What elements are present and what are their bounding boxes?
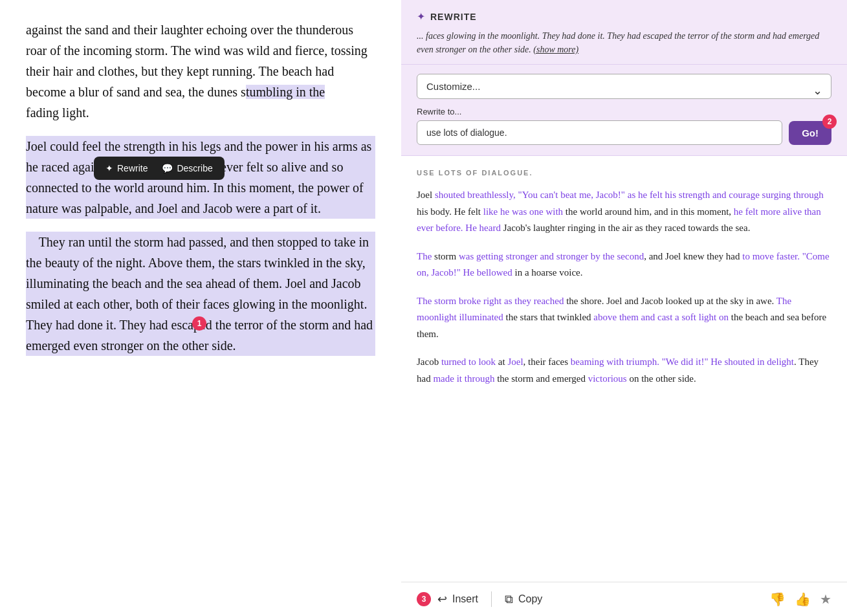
result-title: USE LOTS OF DIALOGUE.: [417, 169, 831, 177]
rewrite-icon: ✦: [417, 10, 425, 23]
thumbs-down-button[interactable]: 👎: [769, 591, 786, 607]
star-button[interactable]: ★: [820, 591, 831, 607]
left-panel: against the sand and their laughter echo…: [0, 0, 401, 616]
describe-tooltip-label: Describe: [177, 163, 212, 173]
describe-tooltip-icon: 💬: [162, 163, 173, 173]
rewrite-to-label: Rewrite to...: [417, 107, 831, 116]
insert-icon: ↩: [437, 592, 447, 606]
rewrite-tooltip-label: Rewrite: [117, 163, 148, 173]
copy-label: Copy: [518, 593, 542, 605]
insert-button[interactable]: ↩ Insert: [437, 592, 478, 606]
insert-wrapper: 3 ↩ Insert: [417, 592, 478, 606]
go-button-wrapper: 2 Go!: [789, 121, 831, 145]
customize-select[interactable]: Customize...: [417, 74, 831, 99]
divider: [491, 591, 492, 607]
action-left: 3 ↩ Insert ⧉ Copy: [417, 591, 542, 607]
rewrite-title-row: ✦ REWRITE: [417, 10, 831, 23]
rewrite-tooltip-button[interactable]: ✦ Rewrite: [100, 160, 153, 176]
result-section: USE LOTS OF DIALOGUE. Joel shouted breat…: [401, 156, 847, 582]
rewrite-preview-content: ... faces glowing in the moonlight. They…: [417, 31, 819, 54]
paragraph-3: They ran until the storm had passed, and…: [26, 232, 375, 356]
copy-button[interactable]: ⧉ Copy: [505, 593, 542, 606]
result-paragraph-3: The storm broke right as they reached th…: [417, 293, 831, 343]
tooltip-popup: 1 ✦ Rewrite 💬 Describe: [94, 157, 225, 180]
copy-icon: ⧉: [505, 593, 513, 606]
thumbs-up-button[interactable]: 👍: [795, 591, 811, 607]
insert-label: Insert: [452, 593, 478, 605]
right-panel: ✦ REWRITE ... faces glowing in the moonl…: [401, 0, 847, 616]
rewrite-input-row: 2 Go!: [417, 120, 831, 145]
action-bar: 3 ↩ Insert ⧉ Copy 👎 👍 ★: [401, 582, 847, 616]
result-paragraph-1: Joel shouted breathlessly, "You can't be…: [417, 187, 831, 237]
result-paragraph-2: The storm was getting stronger and stron…: [417, 248, 831, 281]
rewrite-preview-text: ... faces glowing in the moonlight. They…: [417, 29, 831, 56]
step-badge-1: 1: [192, 316, 206, 331]
rewrite-to-input[interactable]: [417, 120, 782, 145]
action-right: 👎 👍 ★: [769, 591, 831, 607]
rewrite-header: ✦ REWRITE ... faces glowing in the moonl…: [401, 0, 847, 65]
describe-tooltip-button[interactable]: 💬 Describe: [157, 160, 217, 176]
step-badge-2: 2: [822, 115, 837, 129]
rewrite-title: REWRITE: [430, 12, 477, 22]
step-badge-3: 3: [417, 592, 431, 606]
show-more-link[interactable]: (show more): [533, 45, 578, 54]
customize-select-wrapper: Customize...: [417, 74, 831, 107]
result-paragraph-4: Jacob turned to look at Joel, their face…: [417, 354, 831, 387]
rewrite-tooltip-icon: ✦: [105, 163, 113, 173]
customize-section: Customize... Rewrite to... 2 Go!: [401, 65, 847, 156]
paragraph-1: against the sand and their laughter echo…: [26, 19, 375, 123]
